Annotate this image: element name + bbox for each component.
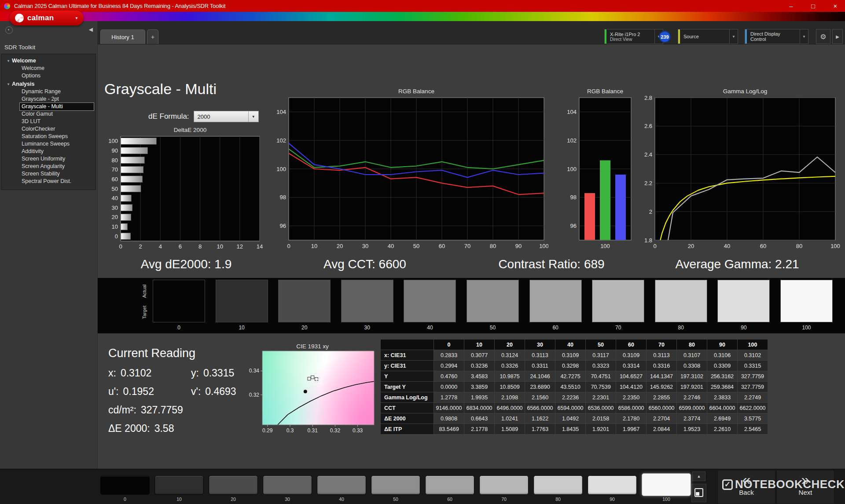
gray-patch-label: 40 xyxy=(404,325,456,331)
pattern-window-button[interactable] xyxy=(691,484,706,502)
gamma-log-log-chart: Gamma Log/Log 1.822.22.42.62.80204060801… xyxy=(634,88,841,252)
table-cell: 2.2749 xyxy=(738,392,768,403)
row-label-y: Y xyxy=(381,371,434,382)
stimulus-label: 50 xyxy=(371,497,420,502)
minimize-button[interactable]: – xyxy=(790,3,793,10)
stimulus-button-30[interactable] xyxy=(263,475,312,495)
sidebar-item-colorchecker[interactable]: ColorChecker xyxy=(1,125,96,133)
stimulus-button-50[interactable] xyxy=(371,475,420,495)
table-cell: 1.8435 xyxy=(555,424,586,435)
table-cell: 2.2855 xyxy=(647,392,677,403)
tab-history-1[interactable]: History 1 xyxy=(100,29,145,44)
sidebar-item-screen-stability[interactable]: Screen Stability xyxy=(1,170,96,178)
gray-patch-label: 20 xyxy=(278,325,331,331)
sidebar-item-saturation-sweeps[interactable]: Saturation Sweeps xyxy=(1,133,96,140)
tick-label: 0 xyxy=(287,243,290,249)
meter-dropdown[interactable]: X-Rite i1Pro 2 Direct View ▼ xyxy=(604,29,663,44)
sidebar-item-spectral-power-dist[interactable]: Spectral Power Dist. xyxy=(1,178,96,185)
sidebar-item-color-gamut[interactable]: Color Gamut xyxy=(1,110,96,118)
tick-label: 0.32 xyxy=(330,427,341,434)
table-cell: 0.3308 xyxy=(677,361,707,371)
gray-patch-label: 0 xyxy=(153,325,205,331)
sidebar-item-luminance-sweeps[interactable]: Luminance Sweeps xyxy=(1,140,96,148)
de-formula-select[interactable]: 2000 ▼ xyxy=(194,111,259,122)
table-cell: 0.3298 xyxy=(555,361,586,371)
sidebar-title: SDR Toolkit xyxy=(4,44,35,51)
tick-label: 98 xyxy=(570,194,577,201)
tick-label: 0 xyxy=(653,243,656,249)
sidebar-item-options[interactable]: Options xyxy=(1,72,96,80)
table-column-header-0: 0 xyxy=(434,340,464,350)
tree-section-welcome[interactable]: ▾Welcome xyxy=(1,56,96,65)
row-label-e-itp: ΔE ITP xyxy=(381,424,434,435)
table-cell: 1.9201 xyxy=(586,424,616,435)
table-cell: 83.5469 xyxy=(434,424,464,435)
sidebar-item-grayscale-2pt[interactable]: Grayscale - 2pt xyxy=(1,95,96,103)
table-cell: 6604.0000 xyxy=(707,403,738,413)
tick-label: 104 xyxy=(276,109,286,115)
u-label: u': xyxy=(108,386,119,404)
sidebar-item-screen-angularity[interactable]: Screen Angularity xyxy=(1,163,96,170)
add-tab-button[interactable]: + xyxy=(147,29,158,44)
tick-label: 100 xyxy=(600,243,610,249)
table-cell: 0.3326 xyxy=(495,361,525,371)
table-cell: 1.9935 xyxy=(464,392,495,403)
table-row: Target Y0.00003.385910.850923.689043.551… xyxy=(381,382,768,392)
table-cell: 70.7539 xyxy=(586,382,616,392)
sidebar-item-grayscale-multi[interactable]: Grayscale - Multi xyxy=(20,103,94,110)
stimulus-button-100[interactable] xyxy=(642,473,691,496)
stimulus-button-0[interactable] xyxy=(100,475,150,495)
stimulus-label: 70 xyxy=(479,497,529,502)
source-dropdown[interactable]: Source ▼ xyxy=(678,29,738,44)
stimulus-button-10[interactable] xyxy=(154,475,204,495)
tick-label: 0.3 xyxy=(287,427,294,434)
calman-menu-button[interactable]: calman ▼ xyxy=(10,11,84,26)
expand-icon[interactable]: ▾ xyxy=(7,59,9,63)
stimulus-button-20[interactable] xyxy=(209,475,258,495)
table-cell: 197.3102 xyxy=(677,371,707,382)
de-label: ΔE 2000: xyxy=(108,423,150,441)
sidebar-item-3d-lut[interactable]: 3D LUT xyxy=(1,118,96,125)
table-cell: 3.3859 xyxy=(464,382,495,392)
table-column-header-100: 100 xyxy=(738,340,768,350)
row-label-x-cie31: x: CIE31 xyxy=(381,350,434,361)
display-control-dropdown[interactable]: Direct Display Control ▼ xyxy=(745,29,808,44)
chevron-down-icon: ▼ xyxy=(729,29,738,44)
gray-patch-label: 90 xyxy=(717,325,770,331)
stimulus-button-90[interactable] xyxy=(588,475,637,495)
gray-patch-30 xyxy=(341,280,393,322)
maximize-button[interactable]: □ xyxy=(811,3,815,10)
gray-patch-90 xyxy=(717,280,770,322)
sidebar-item-additivity[interactable]: Additivity xyxy=(1,148,96,155)
gray-patch-40 xyxy=(404,280,456,322)
sidebar-item-dynamic-range[interactable]: Dynamic Range xyxy=(1,88,96,95)
table-cell: 2.1098 xyxy=(495,392,525,403)
tick-label: 100 xyxy=(108,138,118,144)
close-button[interactable]: × xyxy=(834,3,837,10)
tree-section-analysis[interactable]: ▾Analysis xyxy=(1,80,96,88)
advance-button[interactable]: ▶ xyxy=(832,29,843,44)
stimulus-button-80[interactable] xyxy=(533,475,583,495)
table-row: Gamma Log/Log1.27781.99352.10982.15602.2… xyxy=(381,392,768,403)
stimulus-label: 0 xyxy=(100,497,150,502)
stimulus-label: 30 xyxy=(263,497,312,502)
tick-label: 90 xyxy=(515,243,522,249)
stimulus-button-40[interactable] xyxy=(317,475,366,495)
table-cell: 2.2301 xyxy=(586,392,616,403)
table-column-header-20: 20 xyxy=(495,340,525,350)
stimulus-button-70[interactable] xyxy=(479,475,529,495)
record-icon[interactable] xyxy=(5,26,13,34)
collapse-sidebar-icon[interactable]: ◀ xyxy=(89,26,93,33)
settings-button[interactable]: ⚙ xyxy=(816,29,830,44)
expand-strip-button[interactable]: ▲ xyxy=(692,471,705,481)
stimulus-button-60[interactable] xyxy=(425,475,474,495)
expand-icon[interactable]: ▾ xyxy=(7,82,9,86)
tick-label: 80 xyxy=(112,157,118,164)
sidebar-item-welcome[interactable]: Welcome xyxy=(1,65,96,72)
sidebar-item-screen-uniformity[interactable]: Screen Uniformity xyxy=(1,155,96,163)
window-title: Calman 2025 Calman Ultimate for Business… xyxy=(14,3,226,9)
table-cell: 2.3774 xyxy=(677,413,707,424)
tick-label: 60 xyxy=(439,243,445,249)
gear-icon: ⚙ xyxy=(820,33,826,41)
stimulus-label: 80 xyxy=(533,497,583,502)
